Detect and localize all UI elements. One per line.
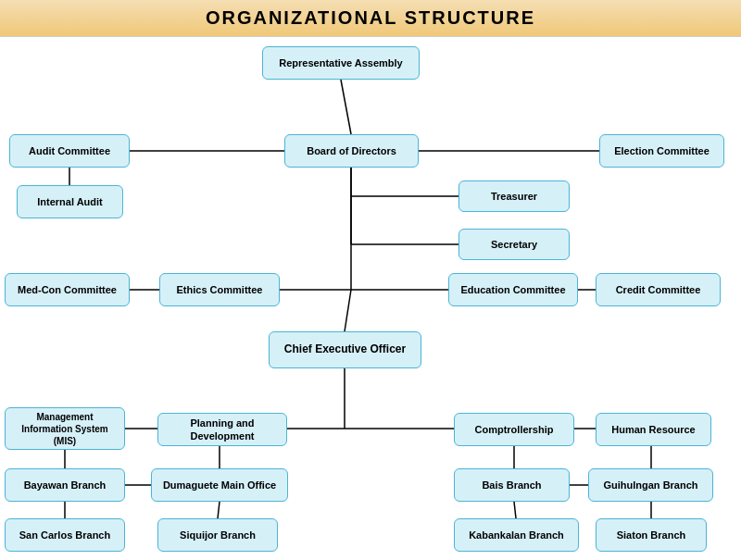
node-education-committee: Education Committee bbox=[448, 273, 578, 306]
node-ceo: Chief Executive Officer bbox=[269, 331, 421, 368]
chart-area: Representative Assembly Board of Directo… bbox=[0, 37, 741, 555]
node-secretary: Secretary bbox=[458, 229, 570, 260]
svg-line-26 bbox=[218, 502, 220, 518]
node-audit-committee: Audit Committee bbox=[9, 134, 130, 168]
svg-line-14 bbox=[345, 290, 351, 331]
node-representative-assembly: Representative Assembly bbox=[262, 46, 420, 80]
node-human-resource: Human Resource bbox=[596, 413, 711, 446]
node-san-carlos: San Carlos Branch bbox=[5, 518, 125, 552]
node-medcon-committee: Med-Con Committee bbox=[5, 273, 130, 306]
svg-line-27 bbox=[514, 502, 516, 518]
node-guihulngan: Guihulngan Branch bbox=[588, 468, 713, 502]
node-siaton: Siaton Branch bbox=[596, 518, 707, 552]
node-treasurer: Treasurer bbox=[458, 180, 570, 212]
node-mis: Management Information System (MIS) bbox=[5, 407, 125, 450]
node-planning: Planning and Development bbox=[157, 413, 287, 446]
node-kabankalan: Kabankalan Branch bbox=[454, 518, 579, 552]
node-internal-audit: Internal Audit bbox=[17, 185, 123, 218]
node-bayawan: Bayawan Branch bbox=[5, 468, 125, 502]
node-ethics-committee: Ethics Committee bbox=[159, 273, 280, 306]
svg-line-0 bbox=[341, 80, 351, 134]
page-header: ORGANIZATIONAL STRUCTURE bbox=[0, 0, 741, 37]
node-bais: Bais Branch bbox=[454, 468, 570, 502]
node-siquijor: Siquijor Branch bbox=[157, 518, 278, 552]
node-credit-committee: Credit Committee bbox=[596, 273, 721, 306]
page-title: ORGANIZATIONAL STRUCTURE bbox=[0, 7, 741, 29]
node-comptrollership: Comptrollership bbox=[454, 413, 574, 446]
node-dumaguete: Dumaguete Main Office bbox=[151, 468, 288, 502]
node-election-committee: Election Committee bbox=[599, 134, 724, 168]
node-board-of-directors: Board of Directors bbox=[284, 134, 419, 168]
